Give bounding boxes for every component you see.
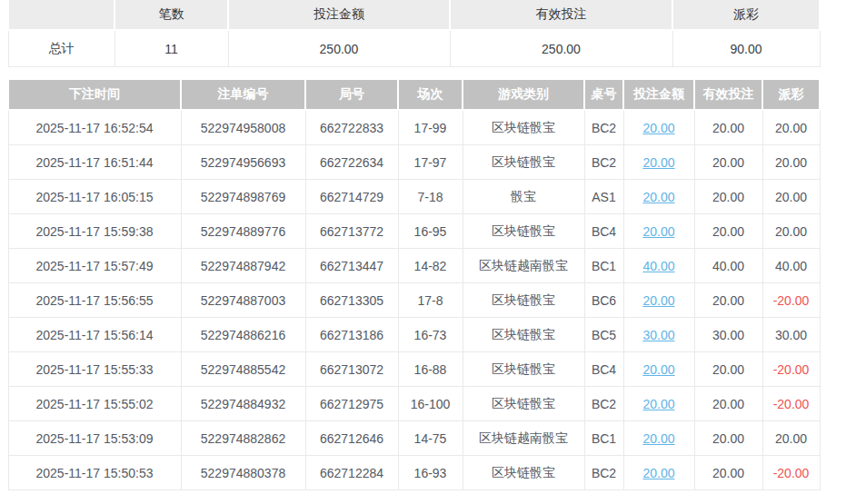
cell-round-no: 662722833	[305, 110, 398, 145]
cell-payout: 20.00	[762, 214, 820, 249]
cell-time: 2025-11-17 16:05:15	[8, 180, 181, 214]
bet-amount-link[interactable]: 30.00	[642, 328, 674, 342]
cell-order-no: 522974886216	[181, 318, 305, 352]
bet-amount-link[interactable]: 20.00	[642, 293, 674, 308]
cell-time: 2025-11-17 15:55:33	[8, 352, 181, 387]
cell-time: 2025-11-17 15:59:38	[8, 214, 181, 249]
cell-payout: -20.00	[762, 456, 820, 490]
bet-amount-link[interactable]: 20.00	[642, 190, 674, 204]
cell-payout: 20.00	[762, 110, 820, 145]
cell-session: 17-8	[398, 283, 463, 318]
summary-header-bet-amount: 投注金额	[228, 0, 450, 30]
spacer	[7, 67, 856, 80]
cell-time: 2025-11-17 15:53:09	[8, 421, 181, 456]
cell-payout: -20.00	[762, 387, 820, 421]
table-row: 2025-11-17 15:50:53522974880378662712284…	[8, 456, 820, 490]
table-row: 2025-11-17 15:56:55522974887003662713305…	[8, 283, 820, 318]
cell-session: 14-82	[398, 249, 463, 283]
bet-table-header-row: 下注时间 注单编号 局号 场次 游戏类别 桌号 投注金额 有效投注 派彩	[8, 80, 820, 110]
cell-valid-bet: 20.00	[694, 421, 762, 456]
bet-amount-link[interactable]: 20.00	[642, 362, 674, 377]
cell-session: 17-97	[398, 145, 463, 180]
cell-round-no: 662713305	[305, 283, 398, 318]
cell-session: 7-18	[398, 180, 463, 214]
cell-valid-bet: 20.00	[694, 180, 762, 214]
cell-table-no: AS1	[584, 180, 623, 214]
header-table-number: 桌号	[584, 80, 623, 110]
cell-bet-amount: 20.00	[623, 214, 694, 249]
cell-payout: 40.00	[762, 249, 820, 283]
cell-session: 16-100	[398, 387, 463, 421]
cell-table-no: BC2	[584, 110, 623, 145]
summary-header-blank	[8, 0, 114, 30]
cell-order-no: 522974882862	[181, 421, 305, 456]
cell-round-no: 662712975	[305, 387, 398, 421]
header-round-number: 局号	[305, 80, 398, 110]
cell-order-no: 522974887942	[181, 249, 305, 283]
cell-payout: -20.00	[762, 352, 820, 387]
cell-valid-bet: 20.00	[694, 352, 762, 387]
cell-bet-amount: 20.00	[623, 387, 694, 421]
summary-bet-amount: 250.00	[228, 30, 450, 67]
bet-amount-link[interactable]: 20.00	[642, 466, 674, 480]
summary-bet-count: 11	[114, 30, 228, 67]
cell-bet-amount: 20.00	[623, 352, 694, 387]
cell-session: 14-75	[398, 421, 463, 456]
header-order-number: 注单编号	[181, 80, 305, 110]
table-row: 2025-11-17 15:56:14522974886216662713186…	[8, 318, 820, 352]
cell-time: 2025-11-17 16:52:54	[8, 110, 181, 145]
cell-bet-amount: 20.00	[623, 456, 694, 490]
bet-amount-link[interactable]: 20.00	[642, 224, 674, 239]
table-row: 2025-11-17 15:57:49522974887942662713447…	[8, 249, 820, 283]
cell-payout: 20.00	[762, 180, 820, 214]
header-payout: 派彩	[762, 80, 820, 110]
bet-amount-link[interactable]: 20.00	[642, 155, 674, 170]
cell-table-no: BC2	[584, 145, 623, 180]
bet-amount-link[interactable]: 20.00	[642, 431, 674, 446]
cell-game: 区块链越南骰宝	[463, 421, 584, 456]
cell-table-no: BC4	[584, 214, 623, 249]
table-row: 2025-11-17 15:53:09522974882862662712646…	[8, 421, 820, 456]
bet-amount-link[interactable]: 40.00	[642, 259, 674, 273]
cell-game: 区块链骰宝	[463, 283, 584, 318]
cell-round-no: 662712646	[305, 421, 398, 456]
cell-valid-bet: 40.00	[694, 249, 762, 283]
cell-table-no: BC5	[584, 318, 623, 352]
cell-table-no: BC2	[584, 387, 623, 421]
cell-time: 2025-11-17 16:51:44	[8, 145, 181, 180]
cell-time: 2025-11-17 15:56:14	[8, 318, 181, 352]
cell-round-no: 662713186	[305, 318, 398, 352]
cell-game: 骰宝	[463, 180, 584, 214]
cell-bet-amount: 20.00	[623, 421, 694, 456]
cell-valid-bet: 30.00	[694, 318, 762, 352]
cell-game: 区块链骰宝	[463, 387, 584, 421]
cell-session: 16-73	[398, 318, 463, 352]
cell-round-no: 662722634	[305, 145, 398, 180]
cell-valid-bet: 20.00	[694, 110, 762, 145]
cell-valid-bet: 20.00	[694, 456, 762, 490]
cell-payout: 20.00	[762, 421, 820, 456]
header-bet-time: 下注时间	[8, 80, 181, 110]
cell-time: 2025-11-17 15:50:53	[8, 456, 181, 490]
bet-amount-link[interactable]: 20.00	[642, 397, 674, 411]
summary-total-label: 总计	[8, 30, 114, 67]
summary-valid-bet: 250.00	[450, 30, 672, 67]
cell-time: 2025-11-17 15:56:55	[8, 283, 181, 318]
cell-bet-amount: 20.00	[623, 180, 694, 214]
table-row: 2025-11-17 15:55:02522974884932662712975…	[8, 387, 820, 421]
summary-header-bet-count: 笔数	[114, 0, 228, 30]
bet-amount-link[interactable]: 20.00	[642, 121, 674, 135]
header-bet-amount: 投注金额	[623, 80, 694, 110]
summary-table: 笔数 投注金额 有效投注 派彩 总计 11 250.00 250.00 90.0…	[7, 0, 821, 67]
bet-records-page: 笔数 投注金额 有效投注 派彩 总计 11 250.00 250.00 90.0…	[0, 0, 856, 490]
cell-valid-bet: 20.00	[694, 145, 762, 180]
cell-valid-bet: 20.00	[694, 283, 762, 318]
header-game-type: 游戏类别	[463, 80, 584, 110]
cell-payout: -20.00	[762, 283, 820, 318]
cell-round-no: 662713772	[305, 214, 398, 249]
header-session: 场次	[398, 80, 463, 110]
summary-total-row: 总计 11 250.00 250.00 90.00	[8, 30, 820, 67]
cell-valid-bet: 20.00	[694, 214, 762, 249]
cell-session: 16-95	[398, 214, 463, 249]
cell-session: 16-88	[398, 352, 463, 387]
